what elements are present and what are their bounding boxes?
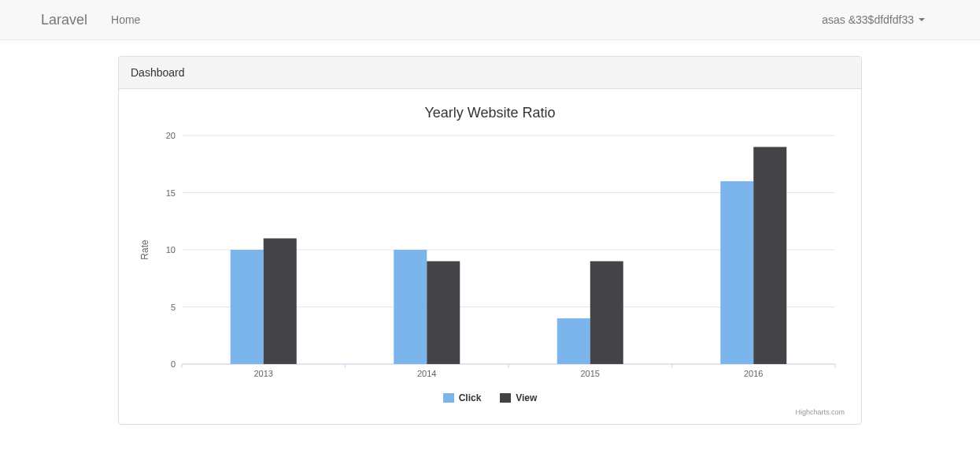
- bar-click-2013[interactable]: [231, 250, 264, 364]
- chart-svg: 05101520Rate2013201420152016: [131, 128, 847, 388]
- main-container: Dashboard Yearly Website Ratio 05101520R…: [118, 56, 862, 425]
- bar-view-2014[interactable]: [427, 262, 460, 365]
- panel-body: Yearly Website Ratio 05101520Rate2013201…: [119, 89, 861, 424]
- legend-item-view[interactable]: View: [500, 392, 537, 403]
- x-tick-label: 2016: [744, 369, 763, 378]
- nav-left: Laravel Home: [0, 0, 152, 39]
- bar-click-2014[interactable]: [394, 250, 427, 364]
- bar-click-2015[interactable]: [557, 318, 590, 364]
- bar-view-2013[interactable]: [264, 239, 297, 365]
- chart-title: Yearly Website Ratio: [131, 97, 849, 128]
- y-tick-label: 20: [166, 131, 176, 140]
- nav-right: asas &33$dfdfdf33: [814, 2, 972, 38]
- legend-swatch-view: [500, 393, 511, 403]
- dashboard-panel: Dashboard Yearly Website Ratio 05101520R…: [118, 56, 862, 425]
- navbar: Laravel Home asas &33$dfdfdf33: [0, 0, 980, 40]
- y-tick-label: 5: [171, 303, 176, 312]
- x-tick-label: 2015: [581, 369, 600, 378]
- user-name: asas &33$dfdfdf33: [822, 13, 914, 26]
- legend-swatch-click: [443, 393, 454, 403]
- y-tick-label: 0: [171, 359, 176, 369]
- y-tick-label: 15: [166, 188, 176, 198]
- chart-legend: Click View: [131, 388, 849, 405]
- x-tick-label: 2014: [417, 369, 436, 378]
- x-tick-label: 2013: [254, 369, 273, 378]
- chevron-down-icon: [919, 18, 925, 21]
- bar-view-2015[interactable]: [590, 262, 623, 365]
- legend-label-click: Click: [459, 392, 482, 403]
- bar-view-2016[interactable]: [753, 147, 786, 365]
- bar-click-2016[interactable]: [720, 181, 753, 364]
- panel-heading: Dashboard: [119, 57, 861, 89]
- y-tick-label: 10: [166, 245, 176, 255]
- user-dropdown[interactable]: asas &33$dfdfdf33: [814, 2, 933, 38]
- legend-label-view: View: [516, 392, 537, 403]
- chart-credits[interactable]: Highcharts.com: [131, 405, 849, 418]
- legend-item-click[interactable]: Click: [443, 392, 482, 403]
- nav-home-link[interactable]: Home: [99, 2, 152, 38]
- chart: Yearly Website Ratio 05101520Rate2013201…: [131, 97, 849, 418]
- brand-link[interactable]: Laravel: [0, 0, 99, 39]
- y-axis-label: Rate: [139, 240, 150, 260]
